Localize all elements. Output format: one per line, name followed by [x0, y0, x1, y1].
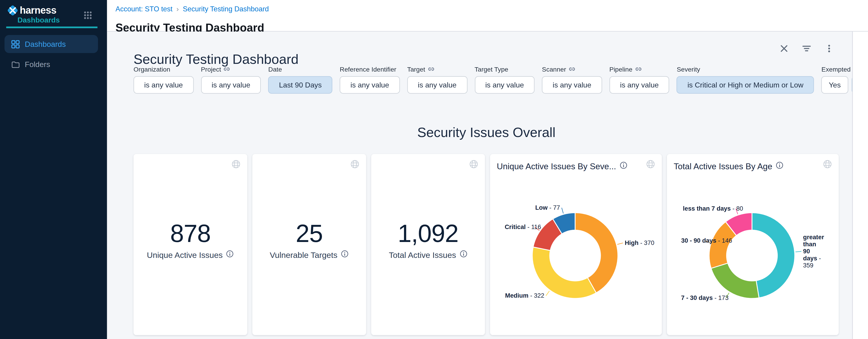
filter-group-target: Targetis any value — [407, 65, 467, 94]
filter-label: Target — [407, 65, 467, 74]
donut-chart-severity: High - 370Medium - 322Critical - 116Low … — [490, 154, 662, 335]
donut-label: 7 - 30 days - 173 — [681, 294, 728, 301]
filter-button-target[interactable]: is any value — [407, 76, 467, 94]
filter-label-text: Target Type — [475, 66, 508, 73]
sidebar-item-label: Folders — [25, 60, 50, 68]
filter-label: Reference Identifier — [340, 65, 400, 74]
filter-button-severity[interactable]: is Critical or High or Medium or Low — [677, 76, 814, 94]
filter-group-severity: Severityis Critical or High or Medium or… — [677, 65, 814, 94]
filter-label-text: Project — [201, 66, 221, 73]
info-icon[interactable] — [620, 161, 627, 171]
breadcrumb: Account: STO test › Security Testing Das… — [116, 4, 269, 13]
filter-group-pipeline: Pipelineis any value — [609, 65, 670, 94]
breadcrumb-page-link[interactable]: Security Testing Dashboard — [183, 5, 269, 13]
filter-label-text: Organization — [133, 66, 170, 73]
donut-label: Critical - 116 — [505, 223, 541, 230]
sidebar-item-folders[interactable]: Folders — [4, 56, 98, 72]
info-icon[interactable] — [341, 250, 349, 259]
globe-icon[interactable] — [823, 160, 832, 169]
filter-buttons: is any value — [201, 76, 261, 94]
sidebar-item-dashboards[interactable]: Dashboards — [4, 35, 98, 53]
filter-label: Target Type — [475, 65, 535, 74]
donut-label: 359 — [803, 262, 813, 269]
brand-name: harness — [20, 4, 56, 16]
breadcrumb-chevron-icon: › — [177, 4, 179, 13]
tile-unique-active-issues: 878 Unique Active Issues — [133, 154, 247, 335]
filter-buttons: is any value — [542, 76, 602, 94]
filter-button-date[interactable]: Last 90 Days — [268, 76, 333, 94]
metric-value: 878 — [133, 220, 247, 248]
scroll-gutter[interactable] — [852, 32, 868, 339]
chart-title: Unique Active Issues By Seve... — [497, 161, 627, 171]
filter-button-target-type[interactable]: is any value — [475, 76, 535, 94]
kebab-menu-icon[interactable] — [825, 44, 834, 53]
dashboard-toolbar — [779, 44, 834, 53]
app-root: harness Dashboards — [0, 0, 868, 339]
chart-issues-by-age: greaterthan90days -3597 - 30 days - 1733… — [667, 154, 839, 335]
module-label: Dashboards — [18, 16, 60, 24]
link-icon — [635, 66, 641, 72]
sidebar: harness Dashboards — [0, 0, 107, 339]
filter-button-scanner[interactable]: is any value — [542, 76, 602, 94]
info-icon[interactable] — [776, 161, 784, 171]
filter-label-text: Pipeline — [609, 66, 632, 73]
dashboards-icon — [11, 40, 20, 48]
filter-label: Date — [268, 65, 333, 74]
globe-icon[interactable] — [646, 160, 655, 169]
donut-slice-greater-than-90-days[interactable] — [752, 213, 795, 298]
link-icon — [224, 66, 230, 72]
filter-label: Pipeline — [609, 65, 670, 74]
close-icon[interactable] — [779, 44, 788, 53]
filter-buttons: is any value — [340, 76, 400, 94]
link-icon — [569, 66, 575, 72]
chart-title: Total Active Issues By Age — [674, 161, 783, 171]
filter-button-exempted-yes[interactable]: Yes — [822, 76, 848, 94]
filter-label: Organization — [133, 65, 193, 74]
harness-logo-icon — [7, 4, 19, 16]
metric-label: Unique Active Issues — [133, 250, 247, 259]
app-grid-icon[interactable] — [83, 11, 92, 20]
info-icon[interactable] — [226, 250, 234, 259]
filter-button-reference-identifier[interactable]: is any value — [340, 76, 400, 94]
globe-icon[interactable] — [469, 160, 478, 169]
filter-label: Scanner — [542, 65, 602, 74]
filter-label: Severity — [677, 65, 814, 74]
globe-icon[interactable] — [231, 160, 241, 169]
module-underline — [6, 27, 97, 28]
donut-label: High - 370 — [625, 239, 654, 246]
filter-label-text: Severity — [677, 66, 700, 73]
filter-button-organization[interactable]: is any value — [133, 76, 193, 94]
breadcrumb-account-link[interactable]: Account: STO test — [116, 5, 173, 13]
donut-label: days - — [803, 255, 821, 262]
donut-label: Low - 77 — [535, 204, 560, 211]
filter-button-pipeline[interactable]: is any value — [609, 76, 670, 94]
filter-group-project: Projectis any value — [201, 65, 261, 94]
filter-bar: Organizationis any valueProjectis any va… — [133, 65, 868, 94]
filter-label: Project — [201, 65, 261, 74]
filter-buttons: Last 90 Days — [268, 76, 333, 94]
filter-icon[interactable] — [802, 44, 811, 53]
main-area: Account: STO test › Security Testing Das… — [107, 0, 868, 339]
donut-label: less than 7 days - 80 — [683, 205, 743, 212]
donut-label: than — [803, 241, 816, 248]
donut-slice-7-30-days[interactable] — [711, 263, 759, 298]
link-icon — [428, 66, 434, 72]
filter-label-text: Exempted — [822, 66, 851, 73]
filter-buttons: is any value — [609, 76, 670, 94]
filter-label-text: Reference Identifier — [340, 66, 396, 73]
donut-label: Medium - 322 — [505, 292, 544, 299]
chart-issues-by-severity: High - 370Medium - 322Critical - 116Low … — [490, 154, 662, 335]
filter-button-project[interactable]: is any value — [201, 76, 261, 94]
filter-label-text: Target — [407, 66, 425, 73]
tile-total-active-issues: 1,092 Total Active Issues — [371, 154, 485, 335]
sidebar-item-label: Dashboards — [25, 40, 66, 48]
label-connector — [796, 252, 801, 252]
donut-slice-medium[interactable] — [532, 247, 596, 298]
globe-icon[interactable] — [350, 160, 359, 169]
info-icon[interactable] — [459, 250, 467, 259]
filter-buttons: is any value — [133, 76, 193, 94]
metric-label: Vulnerable Targets — [252, 250, 366, 259]
filter-group-scanner: Scanneris any value — [542, 65, 602, 94]
top-header: Account: STO test › Security Testing Das… — [107, 0, 868, 32]
filter-label-text: Date — [268, 66, 282, 73]
